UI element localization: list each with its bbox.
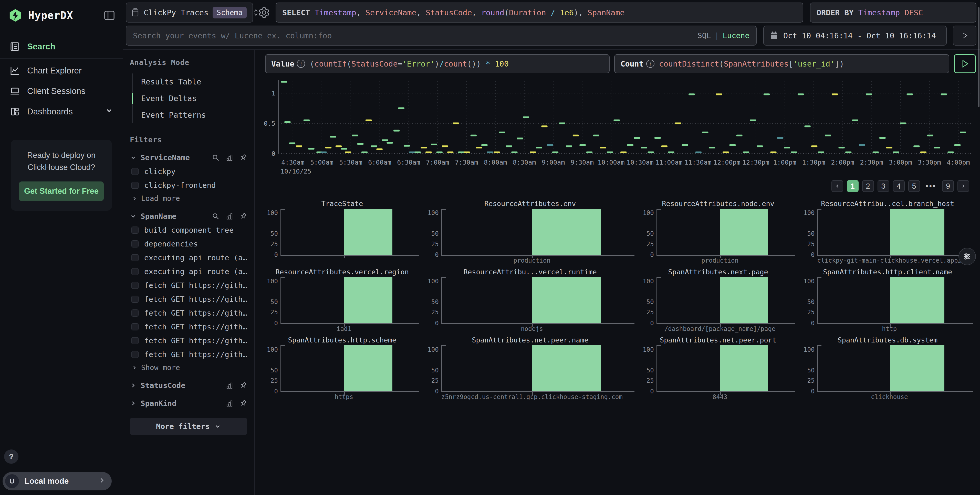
filter-checkbox-row[interactable]: fetch GET https://github.…	[130, 336, 247, 345]
search-icon[interactable]	[212, 213, 220, 220]
analysis-mode-option[interactable]: Event Deltas	[133, 90, 247, 107]
checkbox[interactable]	[131, 268, 138, 275]
pin-icon[interactable]	[240, 382, 247, 389]
event-deltas-chart[interactable]: 1 0.5 0	[265, 77, 973, 157]
bar-chart-icon[interactable]	[226, 382, 233, 389]
pagination-page-3[interactable]: 3	[878, 180, 889, 192]
checkbox[interactable]	[131, 282, 138, 289]
count-expression-input[interactable]: Count i countDistinct(SpanAttributes['us…	[614, 54, 949, 73]
run-query-button[interactable]	[954, 54, 976, 73]
checkbox[interactable]	[131, 227, 138, 234]
get-started-button[interactable]: Get Started for Free	[19, 181, 104, 201]
attribute-chart[interactable]: TraceState10050250	[265, 200, 419, 263]
bar[interactable]	[890, 209, 944, 255]
filter-group-header[interactable]: SpanKind	[130, 399, 247, 408]
select-query-input[interactable]: SELECT Timestamp, ServiceName, StatusCod…	[275, 3, 803, 22]
attribute-chart[interactable]: ResourceAttributes.env10050250production	[426, 200, 635, 263]
lucene-mode-button[interactable]: Lucene	[722, 31, 749, 40]
pagination-page-9[interactable]: 9	[942, 180, 954, 192]
bar-chart-icon[interactable]	[226, 400, 233, 407]
bar[interactable]	[720, 209, 768, 255]
attribute-chart[interactable]: ResourceAttribu..cel.branch_host10050250…	[802, 200, 973, 263]
pin-icon[interactable]	[240, 400, 247, 407]
checkbox[interactable]	[131, 309, 138, 317]
checkbox[interactable]	[131, 323, 138, 330]
filter-checkbox-row[interactable]: clickpy-frontend	[130, 181, 247, 190]
sidebar-item-chart-explorer[interactable]: Chart Explorer	[0, 60, 123, 81]
pagination-page-5[interactable]: 5	[908, 180, 920, 192]
pagination-page-1[interactable]: 1	[847, 180, 859, 192]
source-select[interactable]: ClickPy Traces Schema	[126, 3, 253, 22]
bar[interactable]	[344, 277, 392, 323]
attribute-chart[interactable]: ResourceAttributes.node.env10050250produ…	[641, 200, 795, 263]
analysis-mode-option[interactable]: Event Patterns	[133, 107, 247, 123]
filter-group-header[interactable]: SpanName	[130, 212, 247, 221]
bar[interactable]	[720, 277, 768, 323]
bar[interactable]	[344, 209, 392, 255]
pin-icon[interactable]	[240, 213, 247, 220]
chart-settings-fab[interactable]	[958, 248, 976, 265]
search-icon[interactable]	[212, 154, 220, 162]
attribute-chart[interactable]: ResourceAttribu...vercel.runtime10050250…	[426, 268, 635, 332]
date-range-picker[interactable]: Oct 10 04:16:14 - Oct 10 16:16:14	[763, 25, 947, 46]
collapse-sidebar-icon[interactable]	[104, 10, 115, 21]
analysis-mode-option[interactable]: Results Table	[133, 73, 247, 90]
pagination-page-4[interactable]: 4	[893, 180, 905, 192]
filter-checkbox-row[interactable]: fetch GET https://github.…	[130, 350, 247, 359]
sidebar-item-client-sessions[interactable]: Client Sessions	[0, 81, 123, 102]
local-mode-menu[interactable]: U Local mode	[3, 472, 112, 490]
attribute-chart[interactable]: ResourceAttributes.vercel.region10050250…	[265, 268, 419, 332]
checkbox[interactable]	[131, 182, 138, 189]
filter-checkbox-row[interactable]: executing api route (app)…	[130, 267, 247, 276]
attribute-chart[interactable]: SpanAttributes.net.peer.port100502508443	[641, 336, 795, 400]
filter-checkbox-row[interactable]: executing api route (app)…	[130, 253, 247, 262]
checkbox[interactable]	[131, 296, 138, 303]
checkbox[interactable]	[131, 240, 138, 248]
x-tick-label: 6:30am	[394, 159, 423, 166]
bar[interactable]	[532, 209, 601, 255]
gear-icon[interactable]	[258, 7, 270, 18]
bar[interactable]	[890, 345, 944, 391]
pagination-prev-button[interactable]	[831, 180, 843, 192]
filter-checkbox-row[interactable]: build component tree	[130, 226, 247, 235]
attribute-chart[interactable]: SpanAttributes.http.client.name10050250h…	[802, 268, 973, 332]
value-expression-input[interactable]: Value i (countIf(StatusCode='Error')/cou…	[265, 54, 609, 73]
attribute-chart[interactable]: SpanAttributes.db.system10050250clickhou…	[802, 336, 973, 400]
order-by-input[interactable]: ORDER BY Timestamp DESC	[810, 3, 977, 22]
filter-checkbox-row[interactable]: fetch GET https://github.…	[130, 309, 247, 317]
filter-checkbox-row[interactable]: fetch GET https://github.…	[130, 295, 247, 303]
help-button[interactable]: ?	[4, 449, 18, 464]
filter-more-button[interactable]: Show more	[130, 363, 247, 372]
filter-checkbox-row[interactable]: dependencies	[130, 240, 247, 248]
pagination-next-button[interactable]	[958, 180, 969, 192]
filter-checkbox-row[interactable]: fetch GET https://github.…	[130, 322, 247, 331]
sidebar-item-dashboards[interactable]: Dashboards	[0, 102, 123, 122]
sql-mode-button[interactable]: SQL	[697, 31, 711, 40]
bar[interactable]	[532, 277, 601, 323]
filter-group-header[interactable]: ServiceName	[130, 153, 247, 162]
attribute-chart[interactable]: SpanAttributes.next.page10050250/dashboa…	[641, 268, 795, 332]
sidebar-item-search[interactable]: Search	[0, 36, 123, 57]
pin-icon[interactable]	[240, 154, 247, 162]
attribute-chart[interactable]: SpanAttributes.net.peer.name10050250z5nr…	[426, 336, 635, 400]
filter-group-header[interactable]: StatusCode	[130, 381, 247, 390]
live-tail-button[interactable]	[953, 25, 977, 46]
attribute-chart[interactable]: SpanAttributes.http.scheme10050250https	[265, 336, 419, 400]
bar-chart-icon[interactable]	[226, 154, 233, 162]
pagination-page-2[interactable]: 2	[862, 180, 874, 192]
more-filters-button[interactable]: More filters	[130, 418, 247, 435]
bar[interactable]	[890, 277, 944, 323]
bar[interactable]	[344, 345, 392, 391]
filter-more-button[interactable]: Load more	[130, 194, 247, 203]
filter-checkbox-row[interactable]: fetch GET https://github.…	[130, 281, 247, 290]
bar[interactable]	[720, 345, 768, 391]
checkbox[interactable]	[131, 337, 138, 344]
checkbox[interactable]	[131, 254, 138, 261]
scrollbar-thumb[interactable]	[978, 7, 980, 107]
search-input[interactable]: Search your events w/ Lucene ex. column:…	[126, 25, 757, 46]
checkbox[interactable]	[131, 168, 138, 175]
bar[interactable]	[532, 345, 601, 391]
bar-chart-icon[interactable]	[226, 213, 233, 220]
filter-checkbox-row[interactable]: clickpy	[130, 167, 247, 176]
checkbox[interactable]	[131, 351, 138, 358]
